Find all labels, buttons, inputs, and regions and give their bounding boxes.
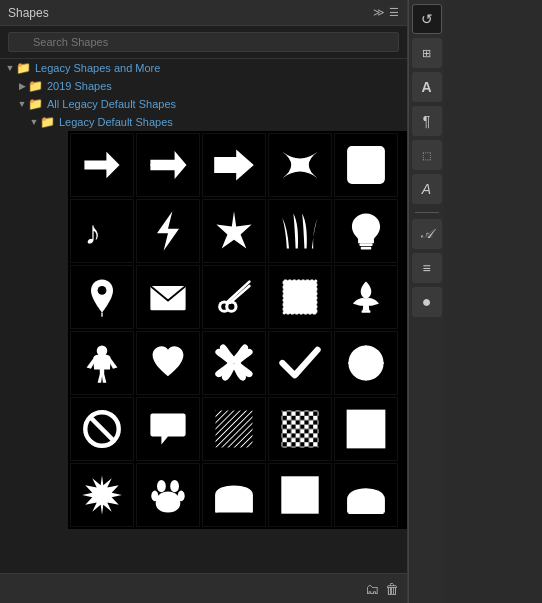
tree-item-legacy-default[interactable]: ▼ 📁 Legacy Default Shapes xyxy=(24,113,407,131)
svg-rect-34 xyxy=(348,411,385,448)
tree-label-legacy-default: Legacy Default Shapes xyxy=(59,116,173,128)
header-icons: ≫ ☰ xyxy=(373,6,399,19)
shape-cell-arrow-right[interactable] xyxy=(70,133,134,197)
shape-cell-arrow-bold[interactable] xyxy=(202,133,266,197)
shape-cell-fleur[interactable] xyxy=(334,265,398,329)
tree-arrow-legacy: ▼ xyxy=(4,63,16,73)
shape-cell-bow-tie[interactable] xyxy=(268,133,332,197)
shape-cell-mail[interactable] xyxy=(136,265,200,329)
paragraph-icon: ¶ xyxy=(423,113,431,129)
svg-line-18 xyxy=(230,286,249,303)
sidebar-btn-type[interactable]: A xyxy=(412,174,442,204)
svg-marker-3 xyxy=(214,150,254,181)
svg-text:♪: ♪ xyxy=(84,214,101,251)
sidebar-btn-text[interactable]: A xyxy=(412,72,442,102)
shape-cell-arch2[interactable] xyxy=(334,463,398,527)
sidebar-btn-paragraph[interactable]: ¶ xyxy=(412,106,442,136)
svg-point-16 xyxy=(228,304,234,310)
svg-rect-30 xyxy=(216,411,253,448)
shape-cell-stamp[interactable] xyxy=(268,265,332,329)
sidebar-btn-adjustments[interactable]: ≡ xyxy=(412,253,442,283)
glyphs-icon: 𝒜 xyxy=(421,226,432,242)
transform-icon: ⬚ xyxy=(422,150,431,161)
tree-area: ▼ 📁 Legacy Shapes and More ▶ 📁 2019 Shap… xyxy=(0,59,407,573)
shape-cell-arch[interactable] xyxy=(202,463,266,527)
shape-cell-arrow-right2[interactable] xyxy=(136,133,200,197)
shape-cell-no-sign[interactable] xyxy=(70,397,134,461)
search-input[interactable] xyxy=(8,32,399,52)
sidebar-btn-history[interactable]: ↺ xyxy=(412,4,442,34)
menu-icon[interactable]: ☰ xyxy=(389,6,399,19)
collapse-icon[interactable]: ≫ xyxy=(373,6,385,19)
tree-item-all-legacy[interactable]: ▼ 📁 All Legacy Default Shapes xyxy=(12,95,407,113)
sidebar-btn-glyphs[interactable]: 𝒜 xyxy=(412,219,442,249)
tree-item-legacy[interactable]: ▼ 📁 Legacy Shapes and More xyxy=(0,59,407,77)
shape-cell-grass[interactable] xyxy=(268,199,332,263)
svg-point-10 xyxy=(98,286,107,295)
shapes-panel: Shapes ≫ ☰ 🔍 ▼ 📁 Legacy Shapes and More … xyxy=(0,0,408,603)
tree-arrow-all-legacy: ▼ xyxy=(16,99,28,109)
svg-rect-8 xyxy=(359,243,372,246)
shape-cell-scissors[interactable] xyxy=(202,265,266,329)
history-icon: ↺ xyxy=(421,11,433,27)
tree-item-2019shapes[interactable]: ▶ 📁 2019 Shapes xyxy=(12,77,407,95)
text-icon: A xyxy=(421,79,431,95)
panel-header: Shapes ≫ ☰ xyxy=(0,0,407,26)
shape-cell-paw[interactable] xyxy=(136,463,200,527)
delete-icon[interactable]: 🗑 xyxy=(385,581,399,597)
shape-cell-checkmark[interactable] xyxy=(268,331,332,395)
svg-rect-9 xyxy=(361,247,372,250)
color-icon: ● xyxy=(422,293,432,311)
shape-cell-music[interactable]: ♪ xyxy=(70,199,134,263)
shape-cell-sun-burst[interactable] xyxy=(70,463,134,527)
shape-cell-lightning[interactable] xyxy=(136,199,200,263)
shape-cell-cross-shape[interactable] xyxy=(202,331,266,395)
sidebar-divider xyxy=(415,212,439,213)
svg-line-28 xyxy=(90,417,115,442)
shapes-grid-container: ♪ xyxy=(68,131,407,529)
bottom-toolbar: 🗂 🗑 xyxy=(0,573,407,603)
svg-point-41 xyxy=(170,480,179,492)
shape-cell-grid[interactable] xyxy=(334,397,398,461)
svg-rect-19 xyxy=(283,280,316,313)
folder-icon-2019: 📁 xyxy=(28,79,43,93)
tree-label-2019: 2019 Shapes xyxy=(47,80,112,92)
folder-icon-all-legacy: 📁 xyxy=(28,97,43,111)
svg-rect-4 xyxy=(348,147,383,182)
shape-cell-diagonal-lines[interactable] xyxy=(202,397,266,461)
shape-cell-pin[interactable] xyxy=(70,265,134,329)
shape-cell-heart[interactable] xyxy=(136,331,200,395)
shape-cell-figure[interactable] xyxy=(70,331,134,395)
svg-rect-20 xyxy=(362,310,371,313)
sidebar-btn-layers[interactable]: ⊞ xyxy=(412,38,442,68)
tree-label-legacy: Legacy Shapes and More xyxy=(35,62,160,74)
folder-icon-legacy-default: 📁 xyxy=(40,115,55,129)
shape-cell-starburst[interactable] xyxy=(202,199,266,263)
tree-arrow-2019: ▶ xyxy=(16,81,28,91)
shape-cell-target[interactable] xyxy=(334,331,398,395)
shapes-grid: ♪ xyxy=(70,133,405,527)
layers-icon: ⊞ xyxy=(422,47,431,60)
svg-rect-33 xyxy=(282,411,319,448)
shape-cell-checkerboard[interactable] xyxy=(268,397,332,461)
shape-cell-square-rounded[interactable] xyxy=(334,133,398,197)
adjustments-icon: ≡ xyxy=(422,260,430,276)
panel-title: Shapes xyxy=(8,6,49,20)
folder-icon-legacy: 📁 xyxy=(16,61,31,75)
svg-point-40 xyxy=(157,480,166,492)
shape-cell-frame[interactable] xyxy=(268,463,332,527)
svg-line-17 xyxy=(227,282,250,303)
type-icon: A xyxy=(422,181,431,197)
shape-cell-lightbulb[interactable] xyxy=(334,199,398,263)
svg-marker-6 xyxy=(157,211,179,251)
tree-arrow-legacy-default: ▼ xyxy=(28,117,40,127)
sidebar-btn-transform[interactable]: ⬚ xyxy=(412,140,442,170)
sidebar-btn-color[interactable]: ● xyxy=(412,287,442,317)
shape-cell-speech-bubble[interactable] xyxy=(136,397,200,461)
search-bar: 🔍 xyxy=(0,26,407,59)
tree-label-all-legacy: All Legacy Default Shapes xyxy=(47,98,176,110)
new-folder-icon[interactable]: 🗂 xyxy=(365,581,379,597)
svg-rect-45 xyxy=(287,482,313,508)
svg-marker-39 xyxy=(82,475,122,515)
svg-marker-7 xyxy=(216,211,251,248)
